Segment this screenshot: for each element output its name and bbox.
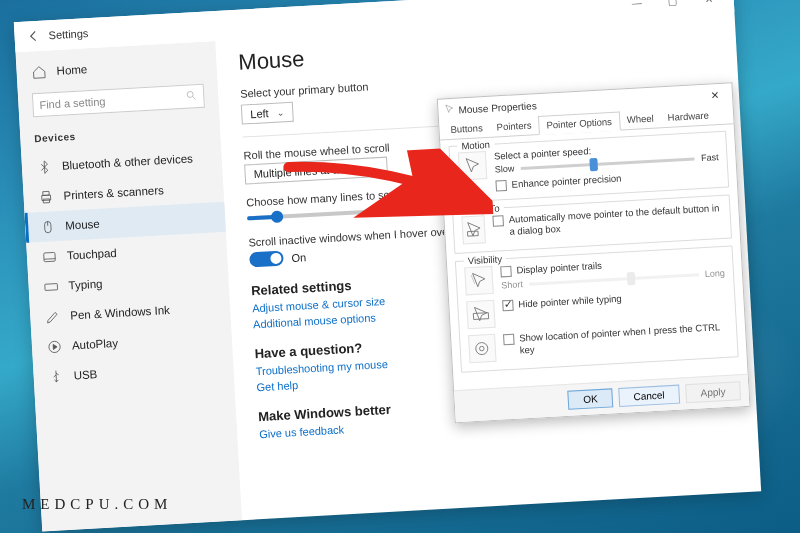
search-icon bbox=[185, 89, 198, 104]
ctrl-locate-icon bbox=[468, 334, 496, 363]
close-button[interactable]: ✕ bbox=[691, 0, 726, 10]
mp-cursor-icon bbox=[444, 104, 455, 117]
mp-group-visibility-label: Visibility bbox=[464, 253, 507, 266]
mp-snap-label: Automatically move pointer to the defaul… bbox=[509, 202, 723, 238]
arrow-left-icon bbox=[26, 29, 41, 44]
mp-tab-wheel[interactable]: Wheel bbox=[619, 109, 661, 129]
mp-group-snap-label: Snap To bbox=[461, 202, 504, 215]
checkbox-icon bbox=[503, 334, 515, 346]
lines-slider[interactable] bbox=[247, 210, 367, 221]
mp-ctrl-label: Show location of pointer when I press th… bbox=[519, 321, 729, 356]
back-button[interactable] bbox=[22, 24, 45, 47]
minimize-button[interactable]: — bbox=[619, 0, 654, 14]
mp-trails-slider bbox=[529, 273, 699, 286]
hide-typing-icon bbox=[466, 300, 496, 330]
mp-group-snap: Snap To Automatically move pointer to th… bbox=[452, 194, 732, 253]
mp-enhance-label: Enhance pointer precision bbox=[511, 172, 621, 190]
mp-slow-label: Slow bbox=[495, 163, 515, 174]
sidebar-item-label: Printers & scanners bbox=[63, 184, 164, 202]
sidebar-item-label: Pen & Windows Ink bbox=[70, 304, 170, 322]
screenshot-card: Settings — ▢ ✕ Home Find a setting bbox=[14, 0, 786, 531]
slider-thumb-icon[interactable] bbox=[271, 210, 284, 223]
chevron-down-icon: ⌄ bbox=[276, 107, 285, 117]
search-placeholder: Find a setting bbox=[39, 95, 106, 111]
svg-rect-2 bbox=[42, 191, 48, 195]
chevron-down-icon: ⌄ bbox=[370, 162, 379, 172]
primary-button-value: Left bbox=[250, 107, 269, 120]
mp-tab-buttons[interactable]: Buttons bbox=[443, 119, 490, 140]
mp-ok-button[interactable]: OK bbox=[568, 388, 613, 409]
mouse-properties-dialog: Mouse Properties ✕ ButtonsPointersPointe… bbox=[437, 82, 751, 423]
sidebar-item-label: Bluetooth & other devices bbox=[62, 152, 194, 171]
home-icon bbox=[30, 63, 47, 80]
svg-point-14 bbox=[480, 346, 485, 351]
svg-point-0 bbox=[187, 91, 193, 97]
mp-ctrl-checkbox[interactable]: Show location of pointer when I press th… bbox=[503, 321, 729, 357]
trails-icon bbox=[464, 266, 494, 296]
settings-sidebar: Home Find a setting Devices Bluetooth & … bbox=[16, 41, 242, 531]
pen-icon bbox=[44, 308, 61, 325]
snap-to-icon bbox=[461, 215, 486, 244]
mp-tab-pointers[interactable]: Pointers bbox=[489, 116, 539, 137]
svg-rect-6 bbox=[43, 252, 55, 261]
mp-close-button[interactable]: ✕ bbox=[704, 85, 727, 104]
roll-value: Multiple lines at a time bbox=[253, 162, 362, 180]
checkbox-icon bbox=[500, 266, 512, 278]
checkbox-icon bbox=[493, 215, 505, 227]
slider-thumb-icon[interactable] bbox=[589, 157, 598, 170]
autoplay-icon bbox=[46, 338, 63, 355]
sidebar-item-label: Typing bbox=[68, 277, 103, 291]
primary-button-dropdown[interactable]: Left ⌄ bbox=[241, 102, 294, 125]
printer-icon bbox=[37, 188, 54, 205]
keyboard-icon bbox=[42, 278, 59, 295]
mp-trails-label: Display pointer trails bbox=[516, 260, 602, 277]
mp-cancel-button[interactable]: Cancel bbox=[618, 384, 680, 406]
settings-title: Settings bbox=[48, 27, 88, 41]
sidebar-item-label: AutoPlay bbox=[72, 337, 119, 352]
mp-trails-long: Long bbox=[705, 268, 726, 279]
search-input[interactable]: Find a setting bbox=[32, 84, 205, 118]
sidebar-item-label: Mouse bbox=[65, 218, 100, 232]
mp-group-visibility: Visibility Display pointer trails Short bbox=[455, 245, 739, 372]
mouse-icon bbox=[39, 218, 56, 235]
bluetooth-icon bbox=[36, 158, 53, 175]
svg-rect-8 bbox=[44, 283, 57, 290]
mp-group-motion-label: Motion bbox=[457, 138, 494, 151]
mp-apply-button: Apply bbox=[685, 381, 741, 403]
mp-snap-checkbox[interactable]: Automatically move pointer to the defaul… bbox=[493, 202, 723, 238]
sidebar-home-label: Home bbox=[56, 63, 87, 77]
watermark-text: MEDCPU.COM bbox=[22, 496, 172, 513]
sidebar-home[interactable]: Home bbox=[16, 47, 217, 88]
roll-dropdown[interactable]: Multiple lines at a time ⌄ bbox=[244, 156, 388, 184]
svg-point-13 bbox=[476, 342, 489, 355]
maximize-button[interactable]: ▢ bbox=[655, 0, 690, 12]
mp-group-motion: Motion Select a pointer speed: Slow Fast bbox=[448, 130, 729, 202]
window-controls: — ▢ ✕ bbox=[619, 0, 726, 14]
mp-tab-hardware[interactable]: Hardware bbox=[660, 106, 716, 127]
svg-line-7 bbox=[43, 258, 54, 259]
inactive-toggle[interactable] bbox=[249, 250, 284, 267]
mp-hide-label: Hide pointer while typing bbox=[518, 293, 622, 311]
slider-thumb-icon bbox=[627, 271, 636, 284]
mp-hide-checkbox[interactable]: Hide pointer while typing bbox=[502, 293, 622, 312]
usb-icon bbox=[47, 368, 64, 385]
touchpad-icon bbox=[41, 248, 58, 265]
pointer-speed-icon bbox=[458, 151, 488, 181]
checkbox-icon bbox=[495, 180, 507, 192]
mp-title: Mouse Properties bbox=[458, 99, 537, 114]
sidebar-item-label: USB bbox=[73, 368, 97, 381]
checkbox-checked-icon bbox=[502, 300, 514, 312]
lines-value: 3 bbox=[373, 205, 380, 217]
mp-trails-short: Short bbox=[501, 279, 523, 290]
inactive-state-text: On bbox=[291, 251, 306, 264]
mp-fast-label: Fast bbox=[701, 152, 719, 163]
sidebar-item-label: Touchpad bbox=[67, 247, 117, 262]
